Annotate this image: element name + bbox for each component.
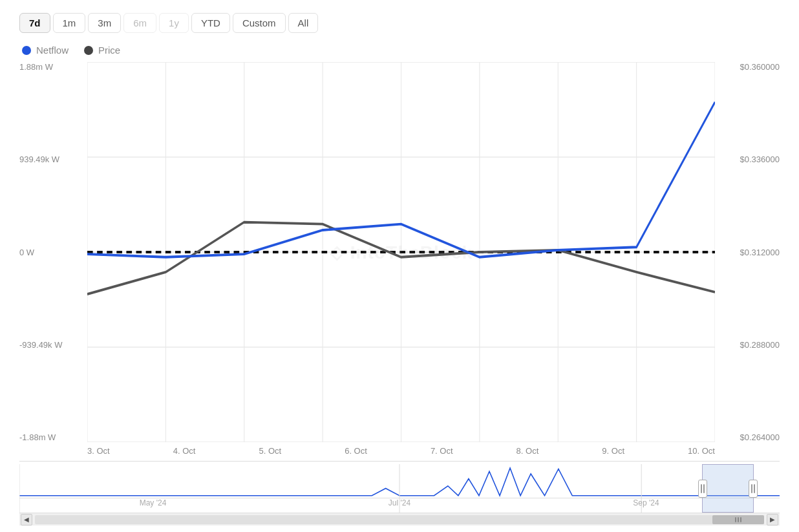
legend-label-netflow: Netflow — [36, 45, 69, 56]
thumb-line — [735, 517, 736, 522]
mini-x-axis-label: Jul '24 — [389, 498, 410, 507]
mini-x-axis-label: May '24 — [140, 498, 167, 507]
y-axis-right-label: $0.264000 — [720, 432, 780, 442]
nav-handle-right[interactable] — [749, 480, 758, 498]
main-chart-area: 1.88m W939.49k W0 W-939.49k W-1.88m W ◇ … — [19, 62, 780, 442]
thumb-line — [740, 517, 741, 522]
legend-item-price: Price — [84, 45, 120, 56]
nav-highlight[interactable] — [702, 464, 754, 513]
y-axis-right-label: $0.336000 — [720, 154, 780, 164]
mini-chart-inner: May '24Jul '24Sep '24 — [19, 464, 780, 513]
scroll-right-button[interactable]: ▶ — [767, 514, 778, 526]
legend-item-netflow: Netflow — [22, 45, 69, 56]
mini-chart-section: May '24Jul '24Sep '24 ◀ ▶ — [19, 461, 780, 526]
y-axis-left-label: 939.49k W — [19, 154, 82, 164]
time-btn-all[interactable]: All — [288, 13, 319, 33]
x-axis-label: 5. Oct — [259, 446, 281, 456]
y-axis-right-label: $0.288000 — [720, 340, 780, 350]
time-btn-6m: 6m — [123, 13, 156, 33]
x-axis-label: 7. Oct — [431, 446, 453, 456]
scroll-track[interactable] — [35, 515, 764, 524]
y-axis-right: $0.360000$0.336000$0.312000$0.288000$0.2… — [715, 62, 780, 442]
y-axis-left: 1.88m W939.49k W0 W-939.49k W-1.88m W — [19, 62, 87, 442]
thumb-line — [738, 517, 739, 522]
y-axis-left-label: 0 W — [19, 248, 82, 257]
chart-legend: NetflowPrice — [22, 45, 780, 56]
x-axis-label: 6. Oct — [345, 446, 367, 456]
time-btn-3m[interactable]: 3m — [88, 13, 121, 33]
y-axis-right-label: $0.360000 — [720, 62, 780, 72]
x-axis-label: 3. Oct — [87, 446, 110, 456]
x-axis-label: 4. Oct — [173, 446, 196, 456]
main-chart-svg — [87, 62, 715, 442]
legend-label-price: Price — [98, 45, 120, 56]
legend-dot-netflow — [22, 46, 31, 55]
time-range-selector: 7d1m3m6m1yYTDCustomAll — [19, 13, 780, 33]
y-axis-left-label: -939.49k W — [19, 340, 82, 350]
y-axis-left-label: -1.88m W — [19, 432, 82, 442]
scroll-thumb[interactable] — [712, 515, 764, 524]
y-axis-left-label: 1.88m W — [19, 62, 82, 72]
handle-lines-right — [751, 484, 755, 493]
x-axis-label: 8. Oct — [517, 446, 539, 456]
x-axis-label: 9. Oct — [602, 446, 624, 456]
time-btn-7d[interactable]: 7d — [19, 13, 50, 33]
y-axis-right-label: $0.312000 — [720, 248, 780, 257]
time-btn-1m[interactable]: 1m — [53, 13, 86, 33]
time-btn-1y: 1y — [159, 13, 189, 33]
x-axis: 3. Oct4. Oct5. Oct6. Oct7. Oct8. Oct9. O… — [19, 442, 780, 458]
time-btn-ytd[interactable]: YTD — [191, 13, 230, 33]
scroll-left-button[interactable]: ◀ — [21, 514, 32, 526]
mini-x-axis: May '24Jul '24Sep '24 — [26, 497, 773, 498]
time-btn-custom[interactable]: Custom — [233, 13, 286, 33]
main-container: 7d1m3m6m1yYTDCustomAll NetflowPrice 1.88… — [0, 0, 799, 532]
handle-lines-left — [701, 484, 705, 493]
handle-line — [703, 484, 705, 493]
mini-x-axis-label: Sep '24 — [633, 498, 659, 507]
nav-handle-left[interactable] — [698, 480, 707, 498]
legend-dot-price — [84, 46, 93, 55]
x-axis-label: 10. Oct — [688, 446, 715, 456]
handle-line — [751, 484, 752, 493]
handle-line — [701, 484, 702, 493]
handle-line — [754, 484, 755, 493]
chart-inner: ◇ IntoTheBlock — [87, 62, 715, 442]
scrollbar: ◀ ▶ — [19, 513, 780, 526]
chart-wrapper: 1.88m W939.49k W0 W-939.49k W-1.88m W ◇ … — [19, 62, 780, 526]
